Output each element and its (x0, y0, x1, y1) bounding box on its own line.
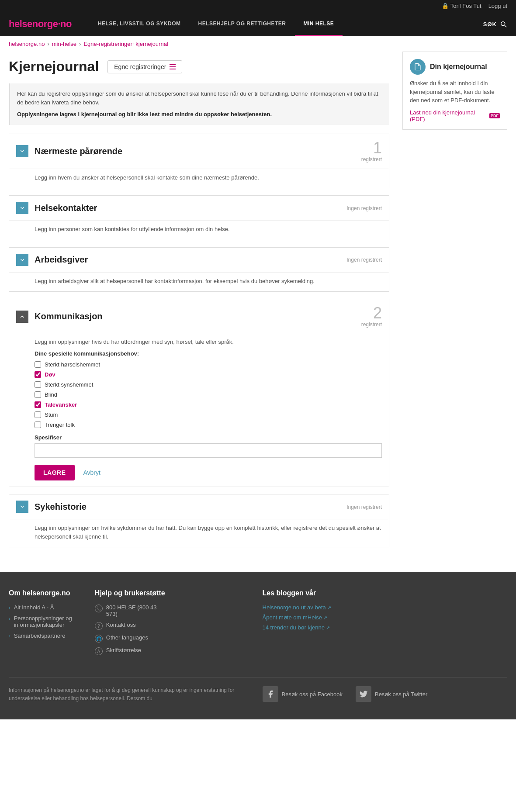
section-arbeidsgiver-header: Arbeidsgiver Ingen registrert (9, 248, 389, 273)
breadcrumb-minhelse[interactable]: min-helse (52, 41, 76, 47)
chevron-down-icon (19, 504, 25, 510)
facebook-social: Besøk oss på Facebook (263, 686, 343, 702)
footer-item-partner: › Samarbeidspartnere (9, 632, 82, 639)
checkbox-synshemmet-input[interactable] (35, 381, 41, 388)
page-title-area: Kjernejournal Egne registreringer (9, 52, 389, 75)
breadcrumb-sep-2: › (79, 41, 81, 47)
footer-link-person[interactable]: Personopplysninger og informasjonskapsle… (14, 615, 82, 628)
section-body-sykehistorie: Legg inn opplysninger om hvilke sykdomme… (9, 519, 389, 547)
section-title-naermeste: Nærmeste pårørende (35, 146, 361, 156)
main-column: Kjernejournal Egne registreringer Her ka… (9, 52, 389, 554)
footer-link-textsize[interactable]: Skriftstørrelse (106, 647, 141, 653)
section-naermeste-header: Nærmeste pårørende 1 registrert (9, 134, 389, 169)
nav-helsehjelp[interactable]: HELSEHJELP OG RETTIGHETER (190, 12, 295, 36)
count-label-arbeidsgiver: Ingen registrert (346, 257, 382, 263)
footer-blog: Les bloggen vår Helsenorge.no ut av beta… (263, 589, 508, 631)
footer-bottom: Informasjonen på helsenorge.no er laget … (9, 686, 507, 711)
blog-link-2[interactable]: Åpent møte om mHelse (263, 614, 508, 621)
nav-helse[interactable]: HELSE, LIVSSTIL OG SYKDOM (89, 12, 190, 36)
checkbox-stum[interactable]: Stum (35, 411, 382, 418)
search-icon (499, 20, 507, 28)
breadcrumb: helsenorge.no › min-helse › Egne-registr… (0, 36, 516, 52)
section-desc-helsekontakter: Legg inn personer som kan kontaktes for … (35, 226, 230, 232)
logo[interactable]: helsenorge·no (9, 18, 72, 30)
footer-link-contact[interactable]: Kontakt oss (106, 622, 136, 628)
section-title-arbeidsgiver: Arbeidsgiver (35, 255, 346, 265)
section-kommunikasjon-header: Kommunikasjon 2 registrert (9, 299, 389, 334)
menu-icon (170, 64, 176, 69)
avbryt-button[interactable]: Avbryt (83, 469, 100, 476)
section-helsekontakter: Helsekontakter Ingen registrert Legg inn… (9, 195, 389, 240)
section-naermeste: Nærmeste pårørende 1 registrert Legg inn… (9, 134, 389, 189)
section-kommunikasjon: Kommunikasjon 2 registrert Legg inn oppl… (9, 299, 389, 487)
footer-left: Om helsenorge.no › Alt innhold A - Å › P… (9, 589, 254, 668)
checkbox-talevansker-input[interactable] (35, 401, 41, 408)
search-label: SØK (483, 21, 497, 28)
checkbox-blind[interactable]: Blind (35, 391, 382, 398)
globe-icon: 🌐 (95, 635, 103, 643)
chevron-down-icon (19, 257, 25, 263)
logo-no: no (60, 18, 72, 29)
kjernejournal-icon (410, 59, 426, 75)
spesifiser-input[interactable] (35, 443, 382, 458)
section-desc-arbeidsgiver: Legg inn arbeidsgiver slik at helseperso… (35, 278, 315, 284)
page-title: Kjernejournal (9, 59, 99, 75)
info-text: Her kan du registrere opplysninger som d… (17, 90, 378, 106)
username: Toril Fos Tut (450, 3, 481, 9)
checkbox-doev-input[interactable] (35, 371, 41, 378)
footer-link-partner[interactable]: Samarbeidspartnere (14, 632, 66, 639)
breadcrumb-home[interactable]: helsenorge.no (9, 41, 45, 47)
main-nav: HELSE, LIVSSTIL OG SYKDOM HELSEHJELP OG … (89, 12, 483, 36)
phone-icon: 📞 (95, 605, 103, 612)
footer-link-alt[interactable]: Alt innhold A - Å (14, 604, 54, 611)
footer-link-phone[interactable]: 800 HELSE (800 43 573) (106, 604, 168, 617)
toggle-arbeidsgiver[interactable] (16, 254, 28, 266)
checkbox-stum-input[interactable] (35, 411, 41, 418)
info-box: Her kan du registrere opplysninger som d… (9, 83, 389, 125)
section-count-helsekontakter: Ingen registrert (346, 205, 382, 211)
footer-grid: Om helsenorge.no › Alt innhold A - Å › P… (9, 589, 254, 655)
nav-minhelse[interactable]: MIN HELSE (295, 12, 343, 36)
page-content: Kjernejournal Egne registreringer Her ka… (0, 52, 516, 572)
section-desc-naermeste: Legg inn hvem du ønsker at helsepersonel… (35, 174, 259, 181)
download-pdf-link[interactable]: Last ned din kjernejournal (PDF) PDF (410, 109, 500, 122)
footer-link-languages[interactable]: Other languages (106, 634, 148, 641)
count-label-naermeste: registrert (361, 156, 382, 162)
footer-col2-list: 📞 800 HELSE (800 43 573) ? Kontakt oss 🌐… (95, 604, 168, 655)
footer-disclaimer: Informasjonen på helsenorge.no er laget … (9, 686, 254, 703)
checkbox-blind-input[interactable] (35, 391, 41, 398)
checkbox-hoersel[interactable]: Sterkt hørselshemmet (35, 361, 382, 368)
checkbox-group: Sterkt hørselshemmet Døv Sterkt synshemm… (35, 361, 382, 428)
search-area[interactable]: SØK (483, 20, 507, 28)
logout-link[interactable]: Logg ut (488, 3, 507, 9)
checkbox-tolk-label: Trenger tolk (45, 422, 75, 428)
twitter-svg (359, 690, 368, 698)
chevron-icon: › (9, 633, 10, 639)
checkbox-tolk-input[interactable] (35, 422, 41, 428)
section-sykehistorie: Sykehistorie Ingen registrert Legg inn o… (9, 494, 389, 547)
twitter-link[interactable]: Besøk oss på Twitter (375, 691, 427, 698)
toggle-kommunikasjon[interactable] (16, 311, 28, 323)
blog-link-1[interactable]: Helsenorge.no ut av beta (263, 604, 508, 611)
checkbox-hoersel-input[interactable] (35, 361, 41, 368)
checkbox-synshemmet[interactable]: Sterkt synshemmet (35, 381, 382, 388)
checkbox-doev[interactable]: Døv (35, 371, 382, 378)
checkbox-talevansker[interactable]: Talevansker (35, 401, 382, 408)
toggle-helsekontakter[interactable] (16, 202, 28, 214)
footer-item-contact: ? Kontakt oss (95, 622, 168, 630)
sidebar-body: Ønsker du å se alt innhold i din kjernej… (410, 79, 500, 105)
blog-link-3[interactable]: 14 trender du bør kjenne (263, 624, 508, 631)
action-row: LAGRE Avbryt (35, 465, 382, 480)
comm-subtitle: Dine spesielle kommunikasjonsbehov: (35, 350, 382, 357)
toggle-sykehistorie[interactable] (16, 501, 28, 513)
footer-col2: Hjelp og brukerstøtte 📞 800 HELSE (800 4… (95, 589, 168, 655)
lagre-button[interactable]: LAGRE (35, 465, 75, 480)
facebook-link[interactable]: Besøk oss på Facebook (282, 691, 343, 698)
download-pdf-label: Last ned din kjernejournal (PDF) (410, 109, 488, 122)
section-count-naermeste: 1 registrert (361, 140, 382, 162)
section-body-arbeidsgiver: Legg inn arbeidsgiver slik at helseperso… (9, 273, 389, 292)
sidebar: Din kjernejournal Ønsker du å se alt inn… (402, 52, 507, 554)
checkbox-tolk[interactable]: Trenger tolk (35, 422, 382, 428)
toggle-naermeste[interactable] (16, 145, 28, 157)
egne-registreringer-button[interactable]: Egne registreringer (107, 60, 182, 73)
